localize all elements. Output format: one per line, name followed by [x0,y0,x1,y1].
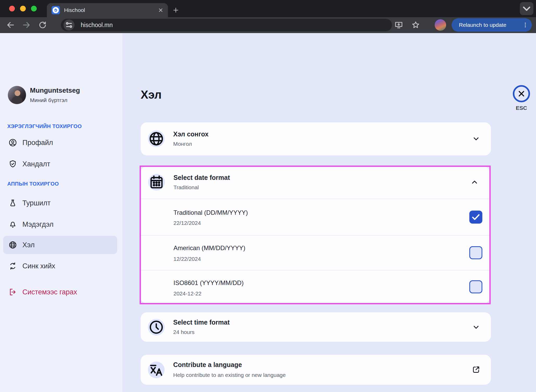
tune-icon[interactable] [64,20,74,30]
browser-tab[interactable]: Hischool [47,3,168,17]
chevron-up-icon[interactable] [470,178,479,187]
date-format-card: Select date format Traditional Tradition… [141,167,489,303]
card-subtitle: Help contribute to an existing or new la… [173,372,286,378]
date-option-iso8601[interactable]: ISO8601 (YYYY/MM/DD) 2024-12-22 [141,270,489,303]
page-title: Хэл [141,88,162,101]
site-favicon [52,6,60,14]
language-select-card[interactable]: Хэл сонгох Монгол [141,122,491,155]
browser-profile-avatar[interactable] [435,19,446,31]
card-title: Select date format [173,174,230,181]
sidebar-item-sync[interactable]: Синк хийх [0,258,122,274]
sidebar-item-label: Мэдэгдэл [22,220,53,229]
forward-icon[interactable] [22,20,31,30]
install-app-icon[interactable] [394,20,403,30]
bell-icon [8,220,17,229]
active-item-highlight [3,236,117,254]
relaunch-button[interactable]: Relaunch to update [452,18,532,32]
sidebar-item-profile[interactable]: Профайл [0,135,122,150]
browser-window: Hischool [0,0,536,392]
macos-close-button[interactable] [9,6,15,11]
sidebar-item-label: Профайл [22,139,53,147]
macos-minimize-button[interactable] [20,6,26,11]
language-settings-panel: Хэл ESC Хэл сонгох Монгол [122,33,536,392]
option-example: 12/22/2024 [173,256,201,262]
highlight-annotation: Select date format Traditional Tradition… [140,166,491,304]
option-example: 2024-12-22 [173,290,201,297]
calendar-icon [148,174,165,191]
sidebar-item-language[interactable]: Хэл [0,236,122,254]
tab-strip: Hischool [0,0,536,17]
flask-icon [8,199,17,207]
card-subtitle: 24 hours [173,329,195,335]
contribute-language-card[interactable]: Contribute a language Help contribute to… [141,355,491,385]
reload-icon[interactable] [38,20,47,30]
page-content: Munguntsetseg Миний бүртгэл ХЭРЭГЛЭГЧИЙН… [0,33,536,392]
shield-check-icon [8,160,17,168]
globe-icon [148,130,165,147]
kebab-menu-icon[interactable] [522,22,529,28]
settings-sidebar: Munguntsetseg Миний бүртгэл ХЭРЭГЛЭГЧИЙН… [0,33,122,392]
chevron-down-icon[interactable] [472,134,481,143]
user-avatar[interactable] [8,86,26,104]
tab-search-chevron-icon[interactable] [520,2,533,15]
option-example: 22/12/2024 [173,220,201,226]
sidebar-item-label: Синк хийх [22,262,55,270]
date-option-american[interactable]: American (MM/DD/YYYY) 12/22/2024 [141,235,489,270]
browser-toolbar: hischool.mn Relaunch to update [0,17,536,33]
hand-icon [53,7,59,13]
globe-icon [8,241,17,249]
date-format-checkbox[interactable] [469,246,482,259]
sidebar-item-label: Системээс гарах [22,288,77,296]
close-icon [517,90,526,98]
user-subtitle: Миний бүртгэл [30,97,67,103]
section-app-settings: АППЫН ТОХИРГОО [7,181,59,187]
tab-title: Hischool [64,3,85,17]
option-title: ISO8601 (YYYY/MM/DD) [173,279,244,287]
sidebar-item-access[interactable]: Хандалт [0,156,122,172]
external-link-icon[interactable] [472,365,481,374]
macos-zoom-button[interactable] [31,6,37,11]
date-format-checkbox[interactable] [469,211,482,224]
sync-icon [8,262,17,270]
url-text[interactable]: hischool.mn [81,19,113,31]
card-subtitle: Traditional [173,184,199,191]
close-button[interactable] [513,85,530,102]
sidebar-item-logout[interactable]: Системээс гарах [0,284,122,300]
user-name: Munguntsetseg [30,86,80,94]
clock-icon [148,319,165,336]
translate-icon [148,362,165,378]
section-user-settings: ХЭРЭГЛЭГЧИЙН ТОХИРГОО [7,123,82,129]
url-bar[interactable]: hischool.mn [61,19,392,31]
date-format-checkbox[interactable] [469,280,482,293]
new-tab-icon[interactable] [172,7,179,14]
sidebar-item-label: Хандалт [22,160,50,168]
card-subtitle: Монгол [173,141,192,147]
option-title: Traditional (DD/MM/YYYY) [173,209,248,216]
esc-label: ESC [513,105,530,111]
tab-close-icon[interactable] [158,7,164,13]
option-title: American (MM/DD/YYYY) [173,244,245,252]
card-title: Хэл сонгох [173,130,209,138]
card-title: Select time format [173,319,230,326]
sidebar-item-notifications[interactable]: Мэдэгдэл [0,217,122,232]
card-title: Contribute a language [173,361,242,369]
sidebar-item-experiments[interactable]: Туршилт [0,195,122,211]
date-format-header[interactable]: Select date format Traditional [141,167,489,199]
bookmark-star-icon[interactable] [411,20,420,30]
time-format-card[interactable]: Select time format 24 hours [141,312,491,342]
chevron-down-icon[interactable] [472,323,481,332]
date-option-traditional[interactable]: Traditional (DD/MM/YYYY) 22/12/2024 [141,199,489,235]
sidebar-item-label: Хэл [22,241,35,249]
back-icon[interactable] [6,20,15,30]
relaunch-label: Relaunch to update [459,18,506,32]
sidebar-item-label: Туршилт [22,199,51,207]
person-circle-icon [8,138,17,147]
logout-icon [8,288,17,296]
